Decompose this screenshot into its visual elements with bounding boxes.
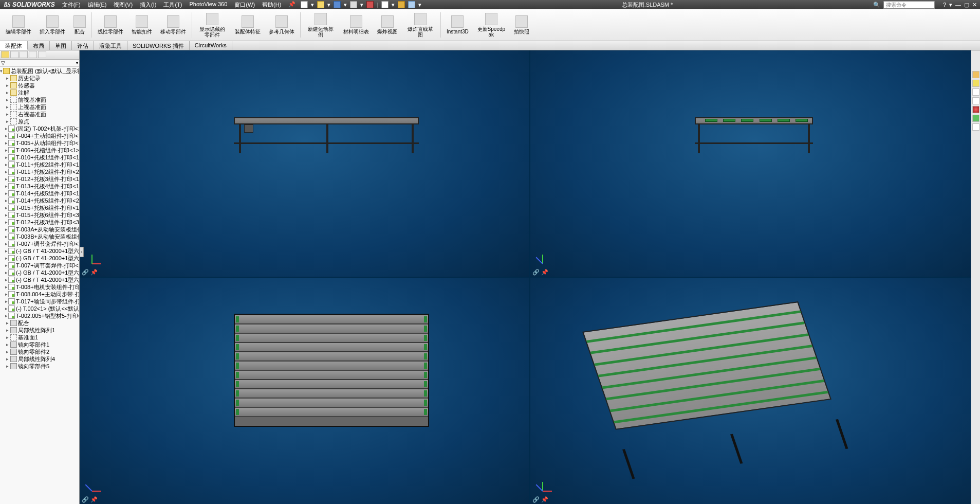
tree-part-8[interactable]: ▸T-013+托板4组件-打印<1> <box>0 183 79 190</box>
save-icon[interactable] <box>334 1 341 8</box>
options-icon[interactable] <box>398 1 405 8</box>
menu-edit[interactable]: 编辑(E) <box>88 1 107 9</box>
tree-part-15[interactable]: ▸T-003B+从动轴安装板组件 <box>0 233 79 240</box>
tree-part-0[interactable]: ▸(固定) T-002+机架-打印<1 <box>0 125 79 132</box>
tree-feat-2[interactable]: ▸基准面1 <box>0 334 79 341</box>
tab-5[interactable]: SOLIDWORKS 插件 <box>127 41 190 50</box>
fm-tab-1[interactable] <box>1 51 9 58</box>
viewport-isometric[interactable]: 🔗 📌 <box>530 278 980 504</box>
tab-0[interactable]: 装配体 <box>0 41 28 50</box>
tree-part-10[interactable]: ▸T-014+托板5组件-打印<2> <box>0 197 79 204</box>
select-icon[interactable] <box>381 1 389 8</box>
menu-tools[interactable]: 工具(T) <box>163 1 182 9</box>
ribbon-btn-12[interactable]: 爆炸直线草图 <box>402 10 438 40</box>
feature-tree[interactable]: ▾总装配图 (默认<默认_显示状态▸历史记录▸传感器▸注解▸前视基准面▸上视基准… <box>0 67 79 504</box>
viewport-pin-icon[interactable]: 🔗 📌 <box>82 496 98 503</box>
tab-6[interactable]: CircuitWorks <box>190 41 232 50</box>
ribbon-btn-14[interactable]: 更新Speedpak <box>473 10 509 40</box>
ribbon-btn-1[interactable]: 插入零部件 <box>36 10 69 40</box>
tab-4[interactable]: 渲染工具 <box>94 41 127 50</box>
tree-part-18[interactable]: ▸(-) GB / T 41-2000+1型六角 <box>0 255 79 262</box>
tree-part-26[interactable]: ▸T-002.005+铝型材5-打印< <box>0 312 79 319</box>
tree-top-4[interactable]: ▸上视基准面 <box>0 103 79 111</box>
ribbon-btn-5[interactable]: 移动零部件 <box>157 10 190 40</box>
tree-part-4[interactable]: ▸T-010+托板1组件-打印<1> <box>0 154 79 161</box>
viewport-pin-icon[interactable]: 🔗 📌 <box>532 496 548 503</box>
ribbon-btn-8[interactable]: 参考几何体 <box>265 10 298 40</box>
tree-top-3[interactable]: ▸前视基准面 <box>0 96 79 103</box>
tree-part-25[interactable]: ▸(-) T.002<1> (默认<<默认 <box>0 305 79 312</box>
menu-file[interactable]: 文件(F) <box>62 1 81 9</box>
tree-part-2[interactable]: ▸T-005+从动轴组件-打印< <box>0 139 79 147</box>
menu-window[interactable]: 窗口(W) <box>234 1 255 9</box>
tree-top-0[interactable]: ▸历史记录 <box>0 75 79 82</box>
forum-icon[interactable] <box>972 123 979 131</box>
filter-icon[interactable]: ▽ <box>1 60 5 66</box>
tree-part-11[interactable]: ▸T-015+托板6组件-打印<1> <box>0 204 79 211</box>
fm-tab-4[interactable] <box>29 51 37 58</box>
viewport-top[interactable]: 🔗 📌 <box>80 278 529 504</box>
screen-capture-icon[interactable] <box>408 1 415 8</box>
ribbon-btn-13[interactable]: Instant3D <box>443 10 472 40</box>
rebuild-icon[interactable] <box>366 1 374 8</box>
tree-part-23[interactable]: ▸T-008.004+主动同步带-打印 <box>0 291 79 298</box>
tree-part-7[interactable]: ▸T-012+托板3组件-打印<1> <box>0 175 79 183</box>
tab-1[interactable]: 布局 <box>28 41 50 50</box>
tree-top-6[interactable]: ▸原点 <box>0 118 79 125</box>
resources-icon[interactable] <box>972 71 979 78</box>
tree-top-1[interactable]: ▸传感器 <box>0 82 79 89</box>
close-icon[interactable]: ✕ <box>972 2 977 8</box>
tree-part-24[interactable]: ▸T-017+输送同步带组件-打 <box>0 298 79 305</box>
viewport-right[interactable]: 🔗 📌 <box>530 50 980 277</box>
fm-tab-3[interactable] <box>20 51 28 58</box>
fm-tab-2[interactable] <box>10 51 19 58</box>
viewport-pin-icon[interactable]: 🔗 📌 <box>532 269 548 276</box>
tree-feat-0[interactable]: ▸配合 <box>0 319 79 327</box>
tab-3[interactable]: 评估 <box>72 41 94 50</box>
tree-part-13[interactable]: ▸T-012+托板3组件-打印<3> <box>0 219 79 226</box>
tree-part-5[interactable]: ▸T-011+托板2组件-打印<1> <box>0 161 79 168</box>
tree-part-22[interactable]: ▸T-008+电机安装组件-打印 <box>0 283 79 291</box>
tree-feat-1[interactable]: ▸局部线性阵列1 <box>0 327 79 334</box>
tree-part-20[interactable]: ▸(-) GB / T 41-2000+1型六角 <box>0 269 79 276</box>
tree-part-6[interactable]: ▸T-011+托板2组件-打印<2> <box>0 168 79 175</box>
appearances-icon[interactable] <box>972 106 979 113</box>
tab-2[interactable]: 草图 <box>50 41 72 50</box>
new-icon[interactable] <box>301 1 308 8</box>
view-palette-icon[interactable] <box>972 97 979 104</box>
tree-part-3[interactable]: ▸T-006+托槽组件-打印<1> <box>0 147 79 154</box>
viewport-pin-icon[interactable]: 🔗 📌 <box>82 269 98 276</box>
ribbon-btn-4[interactable]: 智能扣件 <box>128 10 156 40</box>
menu-help[interactable]: 帮助(H) <box>262 1 281 9</box>
tree-part-19[interactable]: ▸T-007+调节套焊件-打印<2 <box>0 262 79 269</box>
graphics-area[interactable]: ▦ ▦ — ▢ ✕ 🔗 📌 <box>80 50 980 504</box>
help-icon[interactable]: ? <box>943 2 946 8</box>
tree-part-12[interactable]: ▸T-015+托板6组件-打印<3> <box>0 211 79 219</box>
tree-part-9[interactable]: ▸T-014+托板5组件-打印<1> <box>0 190 79 197</box>
panel-expand-handle[interactable]: › <box>80 247 84 257</box>
ribbon-btn-7[interactable]: 装配体特征 <box>231 10 264 40</box>
menu-photoview[interactable]: PhotoView 360 <box>190 1 228 9</box>
tree-feat-3[interactable]: ▸镜向零部件1 <box>0 341 79 348</box>
tree-top-2[interactable]: ▸注解 <box>0 89 79 96</box>
file-explorer-icon[interactable] <box>972 88 979 96</box>
tree-feat-5[interactable]: ▸局部线性阵列4 <box>0 355 79 363</box>
command-search-input[interactable] <box>883 1 935 9</box>
ribbon-btn-2[interactable]: 配合 <box>70 10 89 40</box>
maximize-icon[interactable]: ▢ <box>964 2 969 8</box>
print-icon[interactable] <box>350 1 357 8</box>
ribbon-btn-15[interactable]: 拍快照 <box>510 10 533 40</box>
ribbon-btn-9[interactable]: 新建运动算例 <box>303 10 339 40</box>
menu-pin-icon[interactable]: 📌 <box>288 1 295 9</box>
tree-part-16[interactable]: ▸T-007+调节套焊件-打印<1 <box>0 240 79 247</box>
design-library-icon[interactable] <box>972 80 979 87</box>
menu-insert[interactable]: 插入(I) <box>140 1 156 9</box>
tree-part-17[interactable]: ▸(-) GB / T 41-2000+1型六角 <box>0 247 79 255</box>
open-icon[interactable] <box>317 1 324 8</box>
custom-props-icon[interactable] <box>972 115 979 122</box>
minimize-icon[interactable]: — <box>955 2 961 8</box>
tree-root[interactable]: ▾总装配图 (默认<默认_显示状态 <box>0 67 79 75</box>
fm-tab-5[interactable] <box>38 51 46 58</box>
tree-part-1[interactable]: ▸T-004+主动轴组件-打印< <box>0 132 79 139</box>
menu-view[interactable]: 视图(V) <box>114 1 133 9</box>
